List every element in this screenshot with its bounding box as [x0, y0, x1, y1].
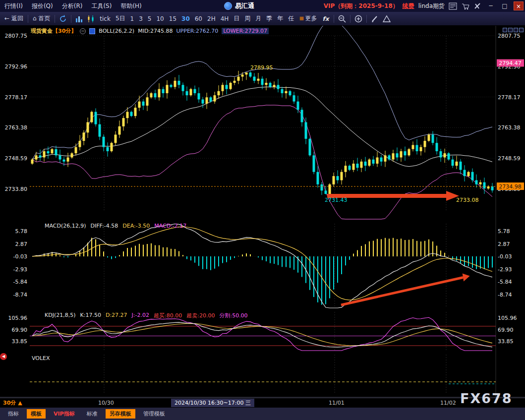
bottom-tab-0[interactable]: 指标 [4, 409, 23, 419]
period-周[interactable]: 周 [242, 13, 253, 24]
zoom-in-icon[interactable] [354, 14, 363, 23]
time-label-0: 10/30 [98, 400, 114, 406]
news-icon[interactable] [449, 2, 457, 10]
current-period-flag[interactable]: 30分 ▲ [3, 399, 22, 407]
svg-text:2733.80: 2733.80 [5, 186, 28, 192]
formula-button[interactable]: fx [319, 15, 332, 22]
period-年[interactable]: 年 [275, 13, 286, 24]
period-30[interactable]: 30 [179, 14, 192, 23]
refresh-icon[interactable] [58, 14, 67, 23]
home-button[interactable]: ⌂ 首页 [30, 13, 53, 24]
bar-chart-icon[interactable] [75, 14, 84, 23]
period-selector: tick5日135101530602H4H日周月季年任 [97, 13, 296, 24]
time-label-2: 11/02 [440, 400, 456, 406]
bottom-tab-1[interactable]: 模板 [27, 409, 46, 419]
brand-watermark: FX678 [460, 391, 513, 406]
svg-text:2807.75: 2807.75 [498, 33, 521, 39]
period-10[interactable]: 10 [154, 14, 166, 23]
svg-text:2748.59: 2748.59 [498, 155, 521, 162]
period-60[interactable]: 60 [192, 14, 205, 23]
macd-macd-value: MACD:-2.17 [154, 223, 186, 229]
macd-diff-value: DIFF:-4.58 [91, 223, 118, 229]
svg-text:5.78: 5.78 [498, 228, 510, 235]
menu-item-2[interactable]: 分析(R) [58, 2, 87, 9]
bottom-tab-2[interactable]: VIP指标 [50, 409, 79, 419]
menu-bar: 行情(I)报价(Q)分析(R)工具(S)帮助(H) [0, 0, 146, 12]
svg-text:-0.03: -0.03 [13, 253, 27, 260]
chart-region: 2807.752807.752792.962792.962778.172778.… [0, 26, 525, 408]
svg-text:2778.17: 2778.17 [5, 94, 28, 101]
bottom-tab-3[interactable]: 标准 [83, 409, 102, 419]
svg-text:2778.17: 2778.17 [498, 94, 521, 101]
shape-triangle-icon[interactable] [382, 14, 391, 23]
kdj-oversold-value: 超卖:20.00 [186, 312, 215, 319]
svg-text:-8.74: -8.74 [13, 292, 27, 298]
macd-title: MACD(26,12,9) [45, 223, 86, 229]
bottom-tab-4[interactable]: 另存模板 [106, 409, 135, 419]
volex-panel-canvas[interactable] [0, 352, 525, 398]
kdj-j-value: J:-2.02 [132, 312, 149, 319]
svg-text:-2.93: -2.93 [498, 266, 512, 273]
macd-panel-canvas[interactable]: 5.785.782.872.87-0.03-0.03-2.93-2.93-5.8… [0, 221, 525, 310]
cursor-time-box: 2024/10/30 16:30~17:00 三 [171, 399, 254, 407]
symbol-period: 【30分】 [53, 28, 76, 34]
menu-item-0[interactable]: 行情(I) [0, 2, 27, 9]
layout-single-icon[interactable] [503, 28, 507, 32]
period-3[interactable]: 3 [136, 14, 145, 23]
svg-text:105.96: 105.96 [8, 315, 28, 321]
minimize-button[interactable]: ─ [486, 1, 496, 10]
menu-item-1[interactable]: 报价(Q) [27, 2, 58, 9]
svg-text:69.90: 69.90 [498, 327, 514, 333]
main-chart-canvas[interactable]: 2807.752807.752792.962792.962778.172778.… [0, 26, 525, 221]
app-logo-text: 易汇通 [235, 1, 254, 10]
tools-icon[interactable] [473, 2, 482, 10]
layout-grid-icon[interactable] [514, 28, 518, 32]
svg-text:-2.93: -2.93 [13, 266, 27, 273]
side-alert-badge[interactable]: ◀ [0, 353, 7, 360]
svg-text:2733.08: 2733.08 [456, 197, 479, 203]
svg-text:2734.98: 2734.98 [499, 183, 522, 190]
period-5[interactable]: 5 [145, 14, 154, 23]
boll-label: BOLL(26,2.2) [99, 28, 134, 34]
menu-item-4[interactable]: 帮助(H) [116, 2, 146, 9]
period-月[interactable]: 月 [253, 13, 264, 24]
zoom-out-icon[interactable] [338, 14, 347, 23]
time-axis: 30分 ▲ 2024/10/30 16:30~17:00 三 10/3011/0… [0, 398, 525, 408]
kdj-split-value: 分割:50.00 [219, 312, 247, 319]
period-季[interactable]: 季 [264, 13, 275, 24]
kdj-title: KDJ(21,8,5) [45, 312, 76, 319]
kdj-k-value: K:17.50 [80, 312, 101, 319]
svg-text:105.96: 105.96 [498, 315, 517, 321]
vip-status: VIP（到期：2025-9-18） [324, 2, 399, 10]
svg-text:-8.74: -8.74 [498, 292, 512, 298]
candlestick-chart-icon[interactable] [87, 14, 96, 23]
svg-text:2763.38: 2763.38 [498, 124, 521, 131]
collapse-icon[interactable] [80, 28, 86, 34]
period-tick[interactable]: tick [97, 14, 113, 23]
macd-header: MACD(26,12,9) DIFF:-4.58 DEA:-3.50 MACD:… [45, 223, 186, 229]
period-5日[interactable]: 5日 [113, 13, 128, 24]
period-任[interactable]: 任 [286, 13, 296, 24]
period-4H[interactable]: 4H [218, 14, 232, 23]
more-button[interactable]: ≡更多 [296, 13, 319, 24]
bottom-tab-5[interactable]: 管理模板 [139, 409, 169, 419]
layout-quad-icon[interactable] [519, 28, 524, 32]
period-1[interactable]: 1 [128, 14, 137, 23]
maximize-button[interactable]: □ [500, 1, 510, 10]
svg-text:2794.47: 2794.47 [499, 60, 522, 66]
draw-pencil-icon[interactable] [370, 14, 379, 23]
period-15[interactable]: 15 [167, 14, 179, 23]
boll-indicator-icon[interactable] [89, 28, 95, 34]
svg-text:-0.03: -0.03 [498, 253, 512, 260]
svg-text:2.87: 2.87 [498, 241, 510, 247]
back-button[interactable]: ← 返回 [2, 13, 26, 24]
menu-item-3[interactable]: 工具(S) [87, 2, 116, 9]
renew-link[interactable]: 续费 [403, 2, 414, 10]
period-日[interactable]: 日 [231, 13, 242, 24]
layout-split-icon[interactable] [508, 28, 513, 32]
cart-icon[interactable] [461, 2, 469, 10]
svg-text:33.85: 33.85 [498, 338, 514, 345]
app-logo-icon [224, 2, 232, 10]
period-2H[interactable]: 2H [205, 14, 218, 23]
close-button[interactable]: × [514, 1, 524, 10]
